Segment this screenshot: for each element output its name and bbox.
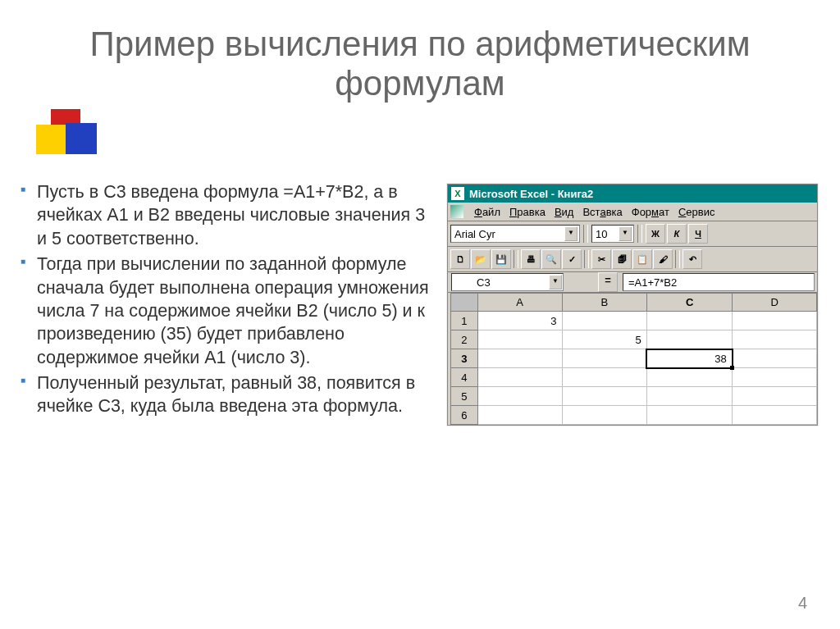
- cell-D1[interactable]: [733, 312, 817, 330]
- bullet-item: Пусть в С3 введена формула =А1+7*В2, а в…: [16, 180, 430, 250]
- excel-titlebar: X Microsoft Excel - Книга2: [448, 185, 817, 203]
- cell-B6[interactable]: [562, 406, 646, 425]
- cell-D6[interactable]: [733, 406, 817, 425]
- row-header[interactable]: 5: [451, 387, 478, 406]
- cell-D4[interactable]: [733, 368, 817, 387]
- cell-A1[interactable]: 3: [477, 312, 562, 330]
- font-selector[interactable]: Arial Cyr▼: [450, 225, 580, 243]
- cell-A5[interactable]: [477, 387, 562, 406]
- new-icon[interactable]: 🗋: [450, 249, 470, 269]
- excel-menubar: Файл Правка Вид Вставка Формат Сервис: [448, 203, 817, 221]
- cell-C3[interactable]: 38: [646, 349, 732, 368]
- slide-body: Пусть в С3 введена формула =А1+7*В2, а в…: [16, 180, 430, 421]
- excel-standard-toolbar: 🗋 📂 💾 🖶 🔍 ✓ ✂ 🗐 📋 🖌 ↶: [448, 247, 817, 272]
- excel-window-title: Microsoft Excel - Книга2: [469, 188, 593, 200]
- menu-view[interactable]: Вид: [555, 206, 574, 218]
- cell-C1[interactable]: [646, 312, 732, 330]
- bullet-item: Полученный результат, равный 38, появитс…: [16, 371, 430, 418]
- cut-icon[interactable]: ✂: [591, 249, 611, 269]
- menu-service[interactable]: Сервис: [678, 206, 715, 218]
- menu-edit[interactable]: Правка: [509, 206, 546, 218]
- select-all-corner[interactable]: [451, 294, 478, 312]
- cell-A3[interactable]: [477, 349, 562, 368]
- cell-C4[interactable]: [646, 368, 732, 387]
- formula-input[interactable]: =A1+7*B2: [623, 273, 815, 291]
- col-header[interactable]: D: [733, 294, 817, 312]
- cell-A6[interactable]: [477, 406, 562, 425]
- row-header[interactable]: 6: [451, 406, 478, 425]
- col-header[interactable]: A: [477, 294, 562, 312]
- cell-B3[interactable]: [562, 349, 646, 368]
- paste-icon[interactable]: 📋: [632, 249, 652, 269]
- spell-icon[interactable]: ✓: [562, 249, 582, 269]
- open-icon[interactable]: 📂: [471, 249, 491, 269]
- excel-format-bar: Arial Cyr▼ 10▼ Ж К Ч: [448, 221, 817, 247]
- equals-button[interactable]: =: [598, 272, 618, 292]
- slide-number: 4: [798, 594, 807, 613]
- cell-C2[interactable]: [646, 330, 732, 349]
- row-header[interactable]: 1: [451, 312, 478, 330]
- cell-B2[interactable]: 5: [562, 330, 646, 349]
- row-header[interactable]: 2: [451, 330, 478, 349]
- undo-icon[interactable]: ↶: [682, 249, 702, 269]
- italic-button[interactable]: К: [667, 224, 687, 244]
- cell-D3[interactable]: [733, 349, 817, 368]
- cell-A4[interactable]: [477, 368, 562, 387]
- excel-icon: X: [451, 187, 464, 200]
- cell-B5[interactable]: [562, 387, 646, 406]
- cell-C5[interactable]: [646, 387, 732, 406]
- menu-file[interactable]: Файл: [474, 206, 500, 218]
- cell-D5[interactable]: [733, 387, 817, 406]
- cell-B4[interactable]: [562, 368, 646, 387]
- cell-A2[interactable]: [477, 330, 562, 349]
- cell-B1[interactable]: [562, 312, 646, 330]
- copy-icon[interactable]: 🗐: [612, 249, 632, 269]
- menu-insert[interactable]: Вставка: [582, 206, 622, 218]
- name-box[interactable]: C3▼: [451, 273, 564, 291]
- excel-window: X Microsoft Excel - Книга2 Файл Правка В…: [447, 184, 818, 426]
- slide-title: Пример вычисления по арифметическим форм…: [41, 25, 799, 104]
- bullet-item: Тогда при вычислении по заданной формуле…: [16, 253, 430, 369]
- workbook-icon: [450, 205, 463, 218]
- underline-button[interactable]: Ч: [688, 224, 708, 244]
- cell-D2[interactable]: [733, 330, 817, 349]
- preview-icon[interactable]: 🔍: [541, 249, 561, 269]
- menu-format[interactable]: Формат: [632, 206, 669, 218]
- col-header[interactable]: C: [646, 294, 732, 312]
- cell-C6[interactable]: [646, 406, 732, 425]
- excel-formula-bar: C3▼ = =A1+7*B2: [448, 272, 817, 293]
- save-icon[interactable]: 💾: [491, 249, 511, 269]
- print-icon[interactable]: 🖶: [521, 249, 541, 269]
- spreadsheet-grid[interactable]: A B C D 1 3 2 5 3 38 4: [450, 293, 817, 425]
- fontsize-selector[interactable]: 10▼: [591, 225, 634, 243]
- format-painter-icon[interactable]: 🖌: [653, 249, 673, 269]
- col-header[interactable]: B: [562, 294, 646, 312]
- row-header[interactable]: 3: [451, 349, 478, 368]
- row-header[interactable]: 4: [451, 368, 478, 387]
- bold-button[interactable]: Ж: [646, 224, 665, 244]
